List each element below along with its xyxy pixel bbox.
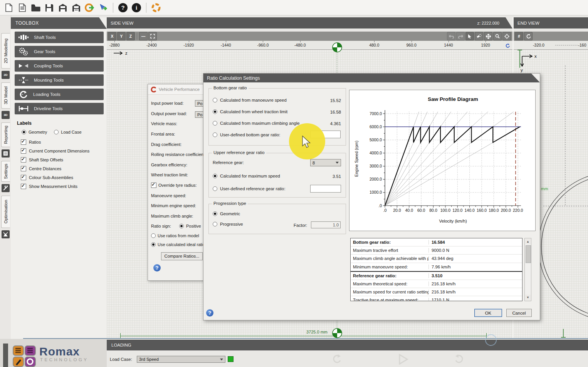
radio-icon [213,132,217,137]
3d-view-icon[interactable]: 3D [2,111,10,119]
grid-icon[interactable]: # [515,32,523,40]
scroll-thumb[interactable] [526,245,531,263]
result-row[interactable]: Maximum speed for current ratio settings… [351,288,522,296]
axis-x-button[interactable]: X [108,32,116,40]
checkbox[interactable] [21,175,26,180]
2d-view-icon[interactable]: 2D [2,71,10,79]
save-as-icon[interactable] [57,2,69,13]
export-model-icon[interactable] [84,2,96,13]
label-checkbox-row[interactable]: Centre Distances [21,166,107,171]
gear-tools-icon [18,47,29,56]
result-row[interactable]: Maximum climb angle achievable with perf… [351,255,522,263]
romax-home-icon[interactable] [150,2,162,13]
label-checkbox-row[interactable]: Shaft Step Offsets [21,157,107,163]
user-defined-reference-gear-ratio-input[interactable] [310,185,341,193]
axis-y-button[interactable]: Y [117,32,126,40]
ratio-sign-positive-radio[interactable]: Positive [179,224,201,228]
label-checkbox-row[interactable]: Colour Sub-Assemblies [21,175,107,180]
cancel-button[interactable]: Cancel [506,309,532,317]
coupling-tools-button[interactable]: Coupling Tools [15,60,104,72]
zoom-icon[interactable] [493,32,502,40]
load-case-dropdown[interactable]: 3rd Speed [137,356,225,363]
selection-handle[interactable] [485,334,497,346]
tab-reporting[interactable]: Reporting [1,122,10,147]
radio-option-row[interactable]: User-defined reference gear ratio: [213,186,286,191]
ok-button[interactable]: OK [474,309,502,317]
tab-optimisation[interactable]: Optimisation [1,196,10,228]
result-row[interactable]: Reference gear ratio:3.510 [351,271,522,280]
mounting-tools-button[interactable]: Mounting Tools [15,74,104,86]
info-icon[interactable]: i [131,2,142,13]
load-case-radio[interactable]: Load Case [54,130,81,134]
result-row[interactable]: Maximum tractive effort9000.0 N [351,246,522,255]
save-report-icon[interactable] [71,2,82,13]
measure-icon[interactable] [475,32,483,40]
checkbox[interactable] [21,157,26,163]
undo-icon[interactable] [447,32,455,40]
ratio-dialog-titlebar[interactable]: Ratio Calculation Settings [203,74,540,82]
radio-option-row[interactable]: Calculated from maximum climbing angle [213,121,300,126]
radio-option-row[interactable]: Calculated for maximum speed [213,174,280,178]
redo-icon[interactable] [456,32,465,40]
pan-icon[interactable] [484,32,492,40]
use-ratios-from-model-radio[interactable]: Use ratios from model [148,231,203,240]
reference-gear-dropdown[interactable]: 8 [310,159,341,166]
svg-text:5000.0: 5000.0 [370,137,382,142]
result-row[interactable]: Minimum manoeuvre speed:7.96 km/h [351,263,522,271]
use-calculated-ideal-ratios-radio[interactable]: Use calculated ideal ratio [148,240,203,249]
checkbox[interactable] [21,184,26,189]
vehicle-help-icon[interactable]: ? [153,264,161,271]
result-row[interactable]: Tractive force at maximum speed:1710.1 N [351,296,522,301]
result-row[interactable]: Maximum theoretical speed:216.18 km/h [351,280,522,288]
radio-option-row[interactable]: Geometric [213,211,240,216]
tab-settings[interactable]: Settings [1,161,10,182]
results-scrollbar[interactable]: ▲ ▼ [524,238,531,301]
reporting-icon[interactable] [2,149,10,158]
ratio-help-icon[interactable]: ? [206,309,213,317]
checkbox[interactable] [21,148,26,154]
wrench-icon[interactable] [2,184,10,192]
driveline-tools-button[interactable]: Driveline Tools [15,103,104,114]
result-value: 9000.0 N [429,248,449,253]
checkbox-label: Show Measurement Units [29,184,77,189]
optimisation-icon[interactable] [2,230,10,238]
new-from-template-icon[interactable] [17,2,28,13]
label-checkbox-row[interactable]: Show Measurement Units [21,184,107,189]
scroll-up-icon[interactable]: ▲ [525,239,531,245]
checkbox[interactable] [21,166,26,171]
axis-z-button[interactable]: Z [126,32,135,40]
center-target-icon[interactable] [502,32,511,40]
radio-option-row[interactable]: User-defined bottom gear ratio: [213,132,280,137]
factor-input[interactable]: 1.0 [311,221,341,228]
compare-ratios-button[interactable]: Compare Ratios... [161,252,203,260]
radio-option-row[interactable]: Calculated from manoeuvre speed [213,98,287,102]
fit-view-button[interactable] [148,32,157,40]
select-cursor-icon[interactable] [465,32,474,40]
vehicle-dialog-titlebar[interactable]: Vehicle Performance [148,84,203,95]
radio-option-row[interactable]: Calculated from wheel traction limit [213,109,287,114]
radio-option-row[interactable]: Progressive [213,222,243,226]
checkbox[interactable] [21,139,26,145]
label-checkbox-row[interactable]: Current Component Dimensions [21,148,107,154]
geometry-radio[interactable]: Geometry [22,130,47,134]
new-document-icon[interactable] [3,2,15,13]
rotate-view-icon[interactable] [524,32,533,40]
save-icon[interactable] [44,2,55,13]
tab-3d-model[interactable]: 3D Model [1,82,10,109]
brand-name: Romax [39,345,80,358]
help-icon[interactable]: ? [117,2,129,13]
scroll-down-icon[interactable]: ▼ [525,295,531,300]
loading-tools-button[interactable]: Loading Tools [15,89,104,100]
output-power-load-dropdown[interactable]: Po [195,111,204,118]
open-folder-icon[interactable] [30,2,42,13]
shaft-tools-button[interactable]: Shaft Tools [15,32,104,43]
gear-tools-button[interactable]: Gear Tools [15,46,104,57]
refresh-view-icon[interactable] [505,43,510,48]
label-checkbox-row[interactable]: Ratios [21,139,107,145]
result-row[interactable]: Bottom gear ratio:16.584 [351,238,522,246]
collapse-button[interactable]: — [139,32,148,40]
tab-2d-modelling[interactable]: 2D Modelling [1,33,10,69]
input-power-load-dropdown[interactable]: Po [195,100,204,107]
import-pointer-icon[interactable] [97,2,109,13]
override-tyre-radius-checkbox[interactable] [151,183,156,188]
